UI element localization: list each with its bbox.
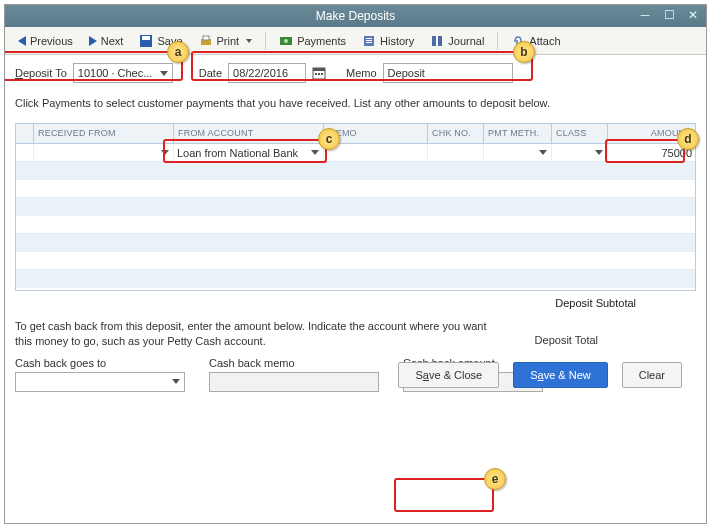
payments-button[interactable]: Payments — [272, 30, 353, 52]
close-window-button[interactable]: ✕ — [684, 7, 702, 23]
toolbar: Previous Next Save Print Payments Histor… — [5, 27, 706, 55]
clear-button[interactable]: Clear — [622, 362, 682, 388]
cell-memo[interactable] — [324, 144, 428, 161]
cell-class[interactable] — [552, 144, 608, 161]
toolbar-separator — [497, 32, 498, 50]
maximize-button[interactable]: ☐ — [660, 7, 678, 23]
col-amount[interactable]: AMOUNT — [608, 124, 695, 143]
arrow-left-icon — [18, 36, 26, 46]
arrow-right-icon — [89, 36, 97, 46]
chevron-down-icon — [172, 379, 180, 384]
deposit-to-label: Deposit To — [15, 67, 67, 79]
chevron-down-icon — [161, 150, 169, 155]
date-field[interactable]: 08/22/2016 — [228, 63, 306, 83]
toolbar-separator — [265, 32, 266, 50]
table-row[interactable] — [16, 180, 695, 198]
minimize-button[interactable]: ─ — [636, 7, 654, 23]
table-row[interactable] — [16, 162, 695, 180]
date-label: Date — [199, 67, 222, 79]
deposit-subtotal-label: Deposit Subtotal — [15, 291, 696, 313]
table-row[interactable] — [16, 234, 695, 252]
button-bar: Save & Close Save & New Clear — [398, 362, 682, 388]
memo-label: Memo — [346, 67, 377, 79]
journal-button[interactable]: Journal — [423, 30, 491, 52]
svg-rect-15 — [318, 73, 320, 75]
calendar-icon[interactable] — [312, 66, 326, 80]
table-row[interactable] — [16, 252, 695, 270]
callout-e: e — [484, 468, 506, 490]
next-button[interactable]: Next — [82, 31, 131, 51]
cashback-instruction: To get cash back from this deposit, ente… — [15, 319, 495, 349]
deposit-total-label: Deposit Total — [535, 334, 598, 346]
cashback-goes-to-label: Cash back goes to — [15, 357, 185, 369]
payments-label: Payments — [297, 35, 346, 47]
window-title: Make Deposits — [316, 9, 395, 23]
grid-header-blank — [16, 124, 34, 143]
dropdown-caret-icon — [246, 39, 252, 43]
save-button[interactable]: Save — [132, 30, 189, 52]
svg-rect-1 — [142, 36, 150, 40]
svg-rect-11 — [436, 36, 438, 46]
cell-from-account[interactable]: Loan from National Bank — [174, 144, 324, 161]
history-label: History — [380, 35, 414, 47]
memo-field[interactable]: Deposit — [383, 63, 513, 83]
cell-pmt-meth[interactable] — [484, 144, 552, 161]
table-row[interactable] — [16, 216, 695, 234]
journal-icon — [430, 34, 444, 48]
chevron-down-icon — [539, 150, 547, 155]
table-row[interactable] — [16, 270, 695, 288]
memo-value: Deposit — [388, 67, 425, 79]
deposit-to-combo[interactable]: 10100 · Chec... — [73, 63, 173, 83]
cell-amount[interactable]: 75000 — [608, 144, 695, 161]
save-new-button[interactable]: Save & New — [513, 362, 608, 388]
chevron-down-icon — [160, 71, 168, 76]
deposit-line-grid: RECEIVED FROM FROM ACCOUNT MEMO CHK NO. … — [15, 123, 696, 291]
previous-label: Previous — [30, 35, 73, 47]
annotation-box-e — [394, 478, 494, 512]
row-selector[interactable] — [16, 144, 34, 161]
save-icon — [139, 34, 153, 48]
deposit-header-row: Deposit To 10100 · Chec... Date 08/22/20… — [15, 63, 696, 83]
grid-body: Loan from National Bank 75000 — [16, 144, 695, 290]
payments-instruction: Click Payments to select customer paymen… — [15, 97, 696, 109]
attach-label: Attach — [529, 35, 560, 47]
deposit-to-value: 10100 · Chec... — [78, 67, 153, 79]
attach-button[interactable]: Attach — [504, 30, 567, 52]
svg-rect-13 — [313, 68, 325, 71]
print-label: Print — [217, 35, 240, 47]
col-received-from[interactable]: RECEIVED FROM — [34, 124, 174, 143]
previous-button[interactable]: Previous — [11, 31, 80, 51]
svg-point-5 — [284, 39, 288, 43]
svg-rect-7 — [366, 38, 372, 39]
col-memo[interactable]: MEMO — [324, 124, 428, 143]
svg-rect-9 — [366, 42, 372, 43]
payments-icon — [279, 34, 293, 48]
svg-rect-3 — [203, 36, 209, 40]
svg-rect-14 — [315, 73, 317, 75]
table-row[interactable]: Loan from National Bank 75000 — [16, 144, 695, 162]
table-row[interactable] — [16, 198, 695, 216]
cell-chk-no[interactable] — [428, 144, 484, 161]
titlebar: Make Deposits ─ ☐ ✕ — [5, 5, 706, 27]
attach-icon — [511, 34, 525, 48]
save-close-button[interactable]: Save & Close — [398, 362, 499, 388]
history-button[interactable]: History — [355, 30, 421, 52]
save-label: Save — [157, 35, 182, 47]
make-deposits-window: Make Deposits ─ ☐ ✕ Previous Next Save P… — [4, 4, 707, 524]
journal-label: Journal — [448, 35, 484, 47]
col-pmt-meth[interactable]: PMT METH. — [484, 124, 552, 143]
cashback-goes-to-combo[interactable] — [15, 372, 185, 392]
col-from-account[interactable]: FROM ACCOUNT — [174, 124, 324, 143]
col-chk-no[interactable]: CHK NO. — [428, 124, 484, 143]
cashback-memo-field[interactable] — [209, 372, 379, 392]
svg-rect-8 — [366, 40, 372, 41]
chevron-down-icon — [595, 150, 603, 155]
cashback-memo-label: Cash back memo — [209, 357, 379, 369]
print-button[interactable]: Print — [192, 30, 260, 52]
print-icon — [199, 34, 213, 48]
next-label: Next — [101, 35, 124, 47]
date-value: 08/22/2016 — [233, 67, 288, 79]
grid-header: RECEIVED FROM FROM ACCOUNT MEMO CHK NO. … — [16, 124, 695, 144]
cell-received-from[interactable] — [34, 144, 174, 161]
col-class[interactable]: CLASS — [552, 124, 608, 143]
